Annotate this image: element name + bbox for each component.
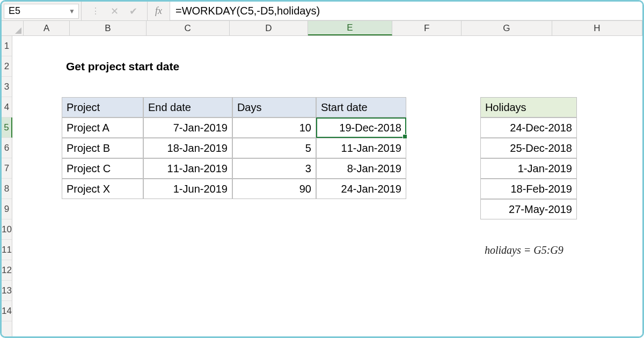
cell[interactable] xyxy=(143,36,232,56)
cell[interactable] xyxy=(406,158,480,179)
cell[interactable] xyxy=(12,117,62,138)
cancel-icon[interactable]: ✕ xyxy=(111,5,119,17)
cell[interactable] xyxy=(12,56,62,77)
cell[interactable] xyxy=(232,77,316,97)
table-row[interactable]: Project X xyxy=(62,179,143,199)
cell[interactable] xyxy=(12,36,62,56)
table-row[interactable]: 11-Jan-2019 xyxy=(316,138,406,158)
cell[interactable] xyxy=(406,138,480,158)
table-row[interactable]: 90 xyxy=(232,179,316,199)
cell[interactable] xyxy=(143,199,232,219)
cell[interactable] xyxy=(316,77,406,97)
cell[interactable] xyxy=(232,301,316,321)
table-row[interactable]: 19-Dec-2018 xyxy=(316,117,406,138)
cell[interactable] xyxy=(577,138,644,158)
cell[interactable] xyxy=(480,260,577,281)
cell[interactable] xyxy=(480,219,577,240)
cell[interactable] xyxy=(12,97,62,117)
cell[interactable] xyxy=(143,260,232,281)
cell[interactable] xyxy=(232,56,316,77)
cell[interactable] xyxy=(577,97,644,117)
holidays-header[interactable]: Holidays xyxy=(480,97,577,117)
cell[interactable] xyxy=(406,219,480,240)
table-row[interactable]: 11-Jan-2019 xyxy=(143,158,232,179)
cell[interactable] xyxy=(406,281,480,301)
cell[interactable] xyxy=(577,281,644,301)
cell[interactable] xyxy=(62,281,143,301)
drag-handle-icon[interactable]: ⋮ xyxy=(91,6,100,16)
cell[interactable] xyxy=(12,281,62,301)
cell[interactable] xyxy=(12,77,62,97)
cell[interactable] xyxy=(316,260,406,281)
row-header[interactable]: 7 xyxy=(2,158,12,179)
table-row[interactable]: 10 xyxy=(232,117,316,138)
cell[interactable] xyxy=(62,260,143,281)
col-header-C[interactable]: C xyxy=(147,21,230,35)
cell[interactable] xyxy=(316,240,406,260)
table-row[interactable]: 18-Jan-2019 xyxy=(143,138,232,158)
table-row[interactable]: 24-Jan-2019 xyxy=(316,179,406,199)
row-header[interactable]: 1 xyxy=(2,36,12,56)
cell[interactable] xyxy=(577,219,644,240)
holiday-item[interactable]: 24-Dec-2018 xyxy=(480,117,577,138)
named-range-note[interactable]: holidays = G5:G9 xyxy=(480,240,577,260)
formula-input[interactable]: =WORKDAY(C5,-D5,holidays) xyxy=(170,2,642,20)
cell[interactable] xyxy=(143,281,232,301)
cell[interactable] xyxy=(480,56,577,77)
cell[interactable] xyxy=(316,56,406,77)
cell[interactable] xyxy=(316,281,406,301)
cell[interactable] xyxy=(316,219,406,240)
cell[interactable] xyxy=(62,36,143,56)
cell[interactable] xyxy=(577,199,644,219)
cell[interactable] xyxy=(12,158,62,179)
cell[interactable] xyxy=(577,77,644,97)
cell[interactable] xyxy=(577,301,644,321)
table-row[interactable]: 7-Jan-2019 xyxy=(143,117,232,138)
table-header-end[interactable]: End date xyxy=(143,97,232,117)
holiday-item[interactable]: 18-Feb-2019 xyxy=(480,179,577,199)
cell[interactable] xyxy=(62,240,143,260)
cell[interactable] xyxy=(406,77,480,97)
cell[interactable] xyxy=(232,260,316,281)
cell[interactable] xyxy=(480,36,577,56)
row-header[interactable]: 2 xyxy=(2,56,12,77)
col-header-B[interactable]: B xyxy=(70,21,146,35)
cell[interactable] xyxy=(577,117,644,138)
cell[interactable] xyxy=(143,219,232,240)
table-row[interactable]: 5 xyxy=(232,138,316,158)
col-header-A[interactable]: A xyxy=(24,21,70,35)
table-row[interactable]: Project C xyxy=(62,158,143,179)
row-header[interactable]: 5 xyxy=(2,117,12,138)
col-header-D[interactable]: D xyxy=(230,21,308,35)
cell[interactable] xyxy=(406,301,480,321)
cell[interactable] xyxy=(143,301,232,321)
cell[interactable] xyxy=(577,158,644,179)
sheet[interactable]: Get project start date xyxy=(12,36,644,336)
row-header[interactable]: 4 xyxy=(2,97,12,117)
cell[interactable] xyxy=(62,219,143,240)
cell[interactable] xyxy=(62,199,143,219)
col-header-E[interactable]: E xyxy=(308,21,392,35)
cell[interactable] xyxy=(577,36,644,56)
cell[interactable] xyxy=(12,199,62,219)
name-box[interactable]: E5 ▼ xyxy=(4,4,79,19)
cell[interactable] xyxy=(143,77,232,97)
row-header[interactable]: 13 xyxy=(2,281,12,301)
row-header[interactable]: 11 xyxy=(2,240,12,260)
cell[interactable] xyxy=(406,97,480,117)
row-header[interactable]: 12 xyxy=(2,260,12,281)
cell[interactable] xyxy=(406,56,480,77)
cell[interactable] xyxy=(62,77,143,97)
col-header-H[interactable]: H xyxy=(552,21,642,35)
cell[interactable] xyxy=(232,281,316,301)
cell[interactable] xyxy=(12,260,62,281)
cell[interactable] xyxy=(577,179,644,199)
cell[interactable] xyxy=(62,301,143,321)
cell[interactable] xyxy=(12,301,62,321)
cell[interactable] xyxy=(577,260,644,281)
table-header-start[interactable]: Start date xyxy=(316,97,406,117)
cell[interactable] xyxy=(406,36,480,56)
cell[interactable] xyxy=(480,77,577,97)
table-row[interactable]: 3 xyxy=(232,158,316,179)
cell[interactable] xyxy=(316,36,406,56)
